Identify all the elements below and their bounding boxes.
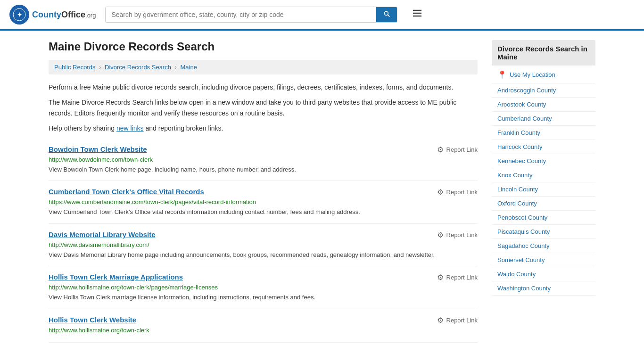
sidebar-county-link-14[interactable]: Washington County <box>492 281 595 295</box>
result-desc-2: View Davis Memorial Library home page in… <box>49 250 478 260</box>
sidebar-county-link-4[interactable]: Hancock County <box>492 140 595 154</box>
county-list: Androscoggin CountyAroostook CountyCumbe… <box>492 83 595 296</box>
result-desc-3: View Hollis Town Clerk marriage license … <box>49 293 478 302</box>
intro-paragraph-2: The Maine Divorce Records Search links b… <box>49 97 478 118</box>
sidebar-county-link-3[interactable]: Franklin County <box>492 126 595 140</box>
sidebar-county-link-2[interactable]: Cumberland County <box>492 112 595 125</box>
sidebar-county-item: Knox County <box>492 168 595 182</box>
report-icon-2: ⚙ <box>437 230 444 239</box>
result-url-3[interactable]: http://www.hollismaine.org/town-clerk/pa… <box>49 284 478 291</box>
result-title-3[interactable]: Hollis Town Clerk Marriage Applications <box>49 273 183 281</box>
breadcrumb-divorce-records[interactable]: Divorce Records Search <box>105 64 171 71</box>
breadcrumb: Public Records › Divorce Records Search … <box>49 60 478 74</box>
site-logo[interactable]: ✦ CountyOffice.org <box>9 5 96 25</box>
location-pin-icon: 📍 <box>497 70 507 79</box>
sidebar-county-link-6[interactable]: Knox County <box>492 168 595 182</box>
sidebar-county-item: Oxford County <box>492 197 595 211</box>
sidebar-county-item: Waldo County <box>492 267 595 281</box>
logo-icon: ✦ <box>9 5 29 25</box>
sidebar-county-item: Franklin County <box>492 126 595 140</box>
result-url-0[interactable]: http://www.bowdoinme.com/town-clerk <box>49 156 478 163</box>
sidebar-county-link-7[interactable]: Lincoln County <box>492 182 595 196</box>
breadcrumb-maine[interactable]: Maine <box>181 64 197 71</box>
result-title-2[interactable]: Davis Memorial Library Website <box>49 230 155 239</box>
sidebar-county-item: Aroostook County <box>492 98 595 112</box>
sidebar-county-item: Somerset County <box>492 253 595 267</box>
sidebar-county-item: Piscataquis County <box>492 225 595 239</box>
result-url-1[interactable]: https://www.cumberlandmaine.com/town-cle… <box>49 198 478 206</box>
sidebar-county-link-1[interactable]: Aroostook County <box>492 98 595 111</box>
main-container: Maine Divorce Records Search Public Reco… <box>39 31 605 352</box>
site-header: ✦ CountyOffice.org <box>0 0 644 31</box>
search-bar <box>105 7 397 23</box>
hamburger-menu[interactable] <box>412 8 423 22</box>
result-desc-0: View Bowdoin Town Clerk home page, inclu… <box>49 165 478 174</box>
svg-text:✦: ✦ <box>17 11 22 18</box>
report-link-0[interactable]: ⚙ Report Link <box>437 145 478 154</box>
report-link-2[interactable]: ⚙ Report Link <box>437 230 478 239</box>
result-item: Hollis Town Clerk Website ⚙ Report Link … <box>49 309 478 343</box>
sidebar-title: Divorce Records Search in Maine <box>492 40 595 66</box>
result-title-4[interactable]: Hollis Town Clerk Website <box>49 316 136 324</box>
result-item: Hollis Town Clerk Marriage Applications … <box>49 266 478 309</box>
intro-paragraph-1: Perform a free Maine public divorce reco… <box>49 82 478 92</box>
sidebar-county-item: Sagadahoc County <box>492 239 595 253</box>
sidebar-county-item: Lincoln County <box>492 182 595 197</box>
sidebar-county-link-10[interactable]: Piscataquis County <box>492 225 595 239</box>
search-input[interactable] <box>106 7 376 22</box>
sidebar-county-link-0[interactable]: Androscoggin County <box>492 83 595 97</box>
sidebar-county-item: Kennebec County <box>492 154 595 168</box>
result-title-0[interactable]: Bowdoin Town Clerk Website <box>49 145 147 153</box>
report-icon-0: ⚙ <box>437 145 444 154</box>
sidebar-county-link-13[interactable]: Waldo County <box>492 267 595 281</box>
sidebar-county-item: Washington County <box>492 281 595 296</box>
report-link-1[interactable]: ⚙ Report Link <box>437 188 478 197</box>
new-links-link[interactable]: new links <box>116 124 144 132</box>
logo-county-text: County <box>32 10 61 19</box>
sidebar-county-item: Hancock County <box>492 140 595 154</box>
sidebar-county-link-9[interactable]: Penobscot County <box>492 211 595 224</box>
intro-paragraph-3: Help others by sharing new links and rep… <box>49 123 478 133</box>
report-icon-1: ⚙ <box>437 188 444 197</box>
report-link-3[interactable]: ⚙ Report Link <box>437 273 478 282</box>
results-list: Bowdoin Town Clerk Website ⚙ Report Link… <box>49 139 478 343</box>
report-icon-4: ⚙ <box>437 316 444 325</box>
sidebar-county-item: Androscoggin County <box>492 83 595 98</box>
result-desc-1: View Cumberland Town Clerk's Office vita… <box>49 207 478 217</box>
result-item: Davis Memorial Library Website ⚙ Report … <box>49 224 478 267</box>
sidebar-county-item: Penobscot County <box>492 211 595 225</box>
sidebar-county-item: Cumberland County <box>492 112 595 126</box>
logo-domain-text: .org <box>85 12 96 19</box>
result-item: Bowdoin Town Clerk Website ⚙ Report Link… <box>49 139 478 181</box>
search-button[interactable] <box>376 7 397 22</box>
sidebar-county-link-5[interactable]: Kennebec County <box>492 154 595 168</box>
result-item: Cumberland Town Clerk's Office Vital Rec… <box>49 181 478 224</box>
result-url-4[interactable]: http://www.hollismaine.org/town-clerk <box>49 327 478 334</box>
sidebar: Divorce Records Search in Maine 📍 Use My… <box>492 40 595 343</box>
report-link-4[interactable]: ⚙ Report Link <box>437 316 478 325</box>
sidebar-county-link-8[interactable]: Oxford County <box>492 197 595 210</box>
logo-office-text: Office <box>61 10 85 19</box>
main-content: Maine Divorce Records Search Public Reco… <box>49 40 478 343</box>
breadcrumb-public-records[interactable]: Public Records <box>54 64 95 71</box>
sidebar-county-link-11[interactable]: Sagadahoc County <box>492 239 595 253</box>
sidebar-county-link-12[interactable]: Somerset County <box>492 253 595 267</box>
use-my-location[interactable]: 📍 Use My Location <box>492 66 595 83</box>
result-title-1[interactable]: Cumberland Town Clerk's Office Vital Rec… <box>49 188 204 196</box>
page-title: Maine Divorce Records Search <box>49 40 478 53</box>
result-url-2[interactable]: http://www.davismemoriallibrary.com/ <box>49 241 478 248</box>
report-icon-3: ⚙ <box>437 273 444 282</box>
